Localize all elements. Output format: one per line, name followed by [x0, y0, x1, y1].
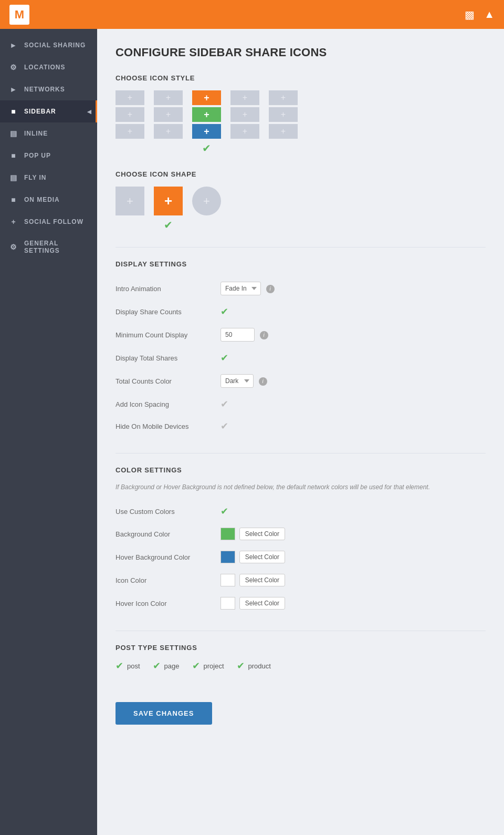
sidebar-item-label: General Settings: [24, 240, 88, 254]
icon-style-grid: + + + + + + + +: [116, 90, 486, 154]
display-total-shares-check[interactable]: ✔: [220, 353, 228, 363]
post-type-section: POST TYPE SETTINGS ✔ post ✔ page ✔ proje…: [116, 644, 486, 672]
sidebar-item-on-media[interactable]: ■ On Media: [0, 189, 97, 211]
post-type-product-check[interactable]: ✔: [237, 660, 245, 672]
save-button[interactable]: SAVE CHANGES: [116, 702, 212, 725]
shape-plain-square[interactable]: +: [116, 187, 144, 231]
sidebar-item-label: On Media: [24, 196, 60, 203]
icon-cell: +: [269, 107, 298, 122]
setting-label: Add Icon Spacing: [116, 393, 220, 415]
generalsettings-icon: ⚙: [9, 243, 18, 251]
setting-value: ✔: [220, 347, 486, 369]
post-type-post-check[interactable]: ✔: [116, 660, 123, 672]
table-row: Hover Background Color Select Color: [116, 545, 486, 569]
info-icon[interactable]: i: [259, 377, 267, 386]
hover-background-color-select-button[interactable]: Select Color: [239, 551, 285, 563]
sidebar-item-general-settings[interactable]: ⚙ General Settings: [0, 233, 97, 261]
icon-cell: +: [154, 90, 183, 105]
sidebar-icon: ■: [9, 107, 18, 116]
icon-style-heading: CHOOSE ICON STYLE: [116, 74, 486, 82]
flyin-icon: ▤: [9, 173, 18, 182]
shape-orange-square[interactable]: + ✔: [154, 187, 183, 231]
icon-cell-orange: +: [192, 90, 221, 105]
display-settings-heading: DISPLAY SETTINGS: [116, 260, 486, 268]
icon-style-plain3[interactable]: + + +: [230, 90, 259, 154]
icon-cell: +: [154, 124, 183, 139]
icon-style-colored[interactable]: + + + ✔: [192, 90, 221, 154]
sidebar-item-label: Social Follow: [24, 218, 83, 225]
table-row: Background Color Select Color: [116, 522, 486, 545]
intro-animation-select[interactable]: Fade In Slide In None: [220, 282, 261, 295]
sidebar-item-inline[interactable]: ▤ Inline: [0, 122, 97, 145]
setting-value: Select Color: [220, 569, 486, 592]
sidebar-item-label: Inline: [24, 130, 48, 137]
table-row: Hover Icon Color Select Color: [116, 592, 486, 615]
topbar-icons: ▩ ▲: [465, 8, 495, 21]
post-type-row: ✔ post ✔ page ✔ project ✔ product: [116, 660, 486, 672]
setting-value: ✔: [220, 301, 486, 323]
bar-chart-icon[interactable]: ▩: [465, 8, 475, 21]
post-type-page: ✔ page: [153, 660, 180, 672]
display-settings-section: DISPLAY SETTINGS Intro Animation Fade In…: [116, 260, 486, 437]
total-counts-color-select[interactable]: Dark Light: [220, 374, 254, 388]
icon-stack-2: + + +: [154, 90, 183, 139]
post-type-page-check[interactable]: ✔: [153, 660, 161, 672]
sidebar-item-locations[interactable]: ⚙ Locations: [0, 56, 97, 78]
sidebar-item-fly-in[interactable]: ▤ Fly In: [0, 167, 97, 189]
color-settings-section: COLOR SETTINGS If Background or Hover Ba…: [116, 466, 486, 615]
shape-square-orange: +: [154, 187, 183, 215]
icon-stack-1: + + +: [116, 90, 144, 139]
icon-color-swatch: [220, 574, 235, 586]
sidebar-item-social-follow[interactable]: + Social Follow: [0, 211, 97, 233]
hover-icon-color-swatch: [220, 597, 235, 610]
sidebar-item-networks[interactable]: ► Networks: [0, 78, 97, 100]
icon-color-select-button[interactable]: Select Color: [239, 574, 285, 586]
icon-stack-3: + + +: [192, 90, 221, 139]
setting-value: Select Color: [220, 522, 486, 545]
hide-mobile-check[interactable]: ✔: [220, 421, 228, 431]
icon-cell: +: [269, 124, 298, 139]
popup-icon: ■: [9, 151, 18, 160]
table-row: Display Share Counts ✔: [116, 301, 486, 323]
hover-icon-color-select-button[interactable]: Select Color: [239, 597, 285, 610]
use-custom-colors-check[interactable]: ✔: [220, 506, 228, 517]
post-type-project-check[interactable]: ✔: [192, 660, 200, 672]
setting-value: ✔: [220, 500, 486, 522]
post-type-post: ✔ post: [116, 660, 140, 672]
sidebar-item-pop-up[interactable]: ■ Pop Up: [0, 145, 97, 167]
setting-value: Select Color: [220, 592, 486, 615]
shape-circle[interactable]: +: [192, 187, 221, 231]
icon-style-plain4[interactable]: + + +: [269, 90, 298, 154]
table-row: Minimum Count Display i: [116, 323, 486, 347]
icon-stack-5: + + +: [269, 90, 298, 139]
setting-value: Dark Light i: [220, 369, 486, 393]
add-icon-spacing-check[interactable]: ✔: [220, 399, 228, 409]
icon-style-plain2[interactable]: + + +: [154, 90, 183, 154]
icon-style-section: CHOOSE ICON STYLE + + + + + +: [116, 74, 486, 154]
icon-cell-blue: +: [192, 124, 221, 139]
setting-label: Hide On Mobile Devices: [116, 415, 220, 437]
icon-style-plain1[interactable]: + + +: [116, 90, 144, 154]
sidebar-item-sidebar[interactable]: ■ Sidebar ◀: [0, 100, 97, 122]
setting-label: Total Counts Color: [116, 369, 220, 393]
table-row: Icon Color Select Color: [116, 569, 486, 592]
display-settings-table: Intro Animation Fade In Slide In None i …: [116, 276, 486, 437]
setting-value: ✔: [220, 393, 486, 415]
table-row: Display Total Shares ✔: [116, 347, 486, 369]
sidebar-item-label: Pop Up: [24, 152, 51, 159]
sidebar-item-social-sharing[interactable]: ► Social Sharing: [0, 34, 97, 56]
networks-icon: ►: [9, 85, 18, 94]
color-settings-table: Use Custom Colors ✔ Background Color Sel…: [116, 500, 486, 615]
info-icon[interactable]: i: [266, 285, 275, 293]
info-icon[interactable]: i: [260, 331, 268, 339]
setting-label: Minimum Count Display: [116, 323, 220, 347]
setting-label: Hover Background Color: [116, 545, 220, 569]
setting-label: Background Color: [116, 522, 220, 545]
sidebar-item-label: Networks: [24, 86, 65, 93]
display-share-counts-check[interactable]: ✔: [220, 306, 228, 317]
post-type-page-label: page: [164, 662, 180, 670]
min-count-input[interactable]: [220, 328, 255, 342]
upload-icon[interactable]: ▲: [484, 8, 495, 21]
setting-value: Fade In Slide In None i: [220, 276, 486, 301]
background-color-select-button[interactable]: Select Color: [239, 528, 285, 540]
